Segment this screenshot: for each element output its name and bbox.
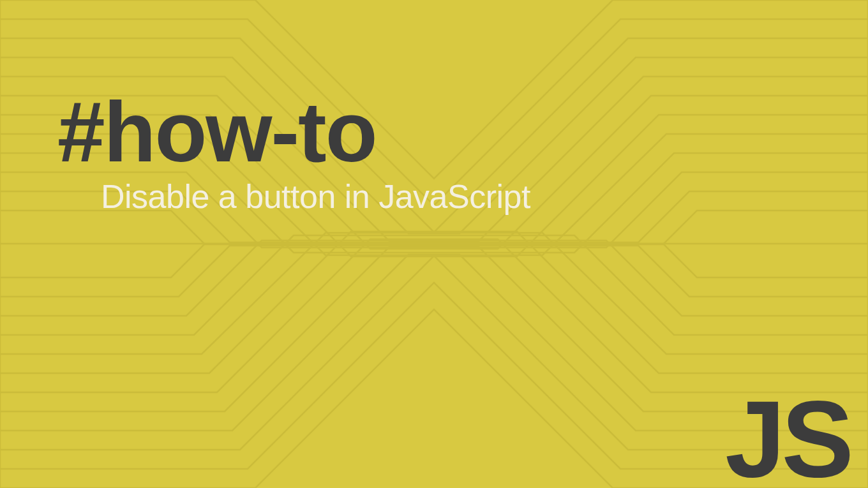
subtitle-text: Disable a button in JavaScript	[101, 177, 868, 216]
js-logo: JS	[725, 385, 850, 488]
tag-heading: #how-to	[57, 89, 868, 175]
